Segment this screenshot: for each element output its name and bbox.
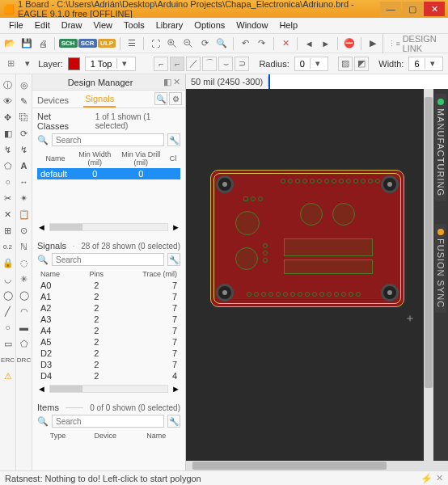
forward-button[interactable]: ► [319,36,332,52]
copy-tool[interactable]: ⿻ [17,110,32,124]
show-tool[interactable]: ◎ [17,78,32,92]
panel-float-icon[interactable]: ◧ [163,77,171,87]
name-tool[interactable]: ℕ [17,239,32,254]
run-button[interactable]: ▶ [366,36,379,52]
items-search[interactable] [52,415,164,428]
design-link[interactable]: ⋮≡ DESIGN LINK [382,34,445,53]
signals-search[interactable] [52,253,164,266]
signal-row[interactable]: D424 [37,370,180,382]
menu-options[interactable]: Options [188,18,230,33]
signals-filter-icon[interactable]: 🔧 [167,253,180,266]
menu-tools[interactable]: Tools [118,18,150,33]
netclasses-hscroll[interactable]: ◄► [37,221,180,233]
radius-combo[interactable]: 0▾ [294,57,329,71]
menu-window[interactable]: Window [230,18,273,33]
circle-tool[interactable]: ○ [1,175,15,189]
items-filter-icon[interactable]: 🔧 [167,415,180,428]
bend-0[interactable]: ⌐ [154,57,168,71]
scr-button[interactable]: SCR [79,36,95,52]
split-tool[interactable]: ↔ [17,175,32,189]
ulp-button[interactable]: ULP [99,36,115,52]
maximize-button[interactable]: ▢ [402,2,423,16]
signal-row[interactable]: D227 [37,348,180,359]
width-combo[interactable]: 6▾ [408,57,443,71]
zoom-fit-button[interactable]: ⛶ [149,36,162,52]
sch-button[interactable]: SCH [60,36,76,52]
miter-b[interactable]: ◩ [354,57,369,71]
col-minv[interactable]: Min Via Drill (mil) [116,149,166,168]
paste-tool[interactable]: 📋 [17,207,32,221]
mark-tool[interactable]: ⊙ [17,223,32,238]
polygon-tool[interactable]: ⬠ [1,158,15,173]
canvas-vscroll[interactable] [424,89,433,461]
netclass-row[interactable]: default 0 0 [37,168,180,179]
connect-icon[interactable]: ⚡ [421,473,433,484]
bend-2[interactable]: ／ [186,57,201,71]
menu-library[interactable]: Library [150,18,189,33]
move-tool[interactable]: ✥ [1,110,15,124]
tab-devices[interactable]: Devices [36,93,70,108]
drc-tool[interactable]: DRC [17,352,32,367]
zoom-in-button[interactable] [166,36,179,52]
dim-tool[interactable]: 0.2 [1,239,15,254]
delete-tool[interactable]: ✕ [1,207,15,221]
erc-tool[interactable]: ERC [1,352,15,367]
tab-signals[interactable]: Signals [83,91,116,108]
menu-file[interactable]: File [3,18,29,33]
settings-icon[interactable]: ⚙ [169,92,182,105]
fill-tool[interactable]: ▬ [17,320,32,335]
netclasses-filter-icon[interactable]: 🔧 [167,133,180,146]
menu-draw[interactable]: Draw [56,18,88,33]
text-tool[interactable]: A [17,158,32,173]
signal-row[interactable]: A027 [37,280,180,291]
bend-1[interactable]: ⌐ [170,57,184,71]
signal-row[interactable]: D327 [37,359,180,370]
command-input[interactable] [268,74,448,89]
signal-row[interactable]: A127 [37,291,180,302]
line-tool[interactable]: ╱ [1,304,15,318]
signal-row[interactable]: A527 [37,336,180,348]
menu-view[interactable]: View [87,18,118,33]
via2-tool[interactable]: ◯ [17,288,32,302]
hole-tool[interactable]: ◌ [17,255,32,270]
save-button[interactable]: 💾 [19,36,32,52]
open-button[interactable]: 📂 [3,36,16,52]
bend-5[interactable]: ⊃ [235,57,249,71]
arc2-tool[interactable]: ◠ [17,304,32,318]
signal-row[interactable]: A227 [37,302,180,314]
smash-tool[interactable]: ✴ [17,191,32,205]
undo-button[interactable]: ↶ [239,36,251,52]
grid-drop-icon[interactable]: ▾ [22,57,34,71]
zoom-select-button[interactable]: 🔍 [215,36,228,52]
route-tool[interactable]: ↯ [1,142,15,157]
bend-4[interactable]: ⌣ [218,57,233,71]
find-icon[interactable]: 🔍 [154,92,167,105]
col-name[interactable]: Name [37,149,74,168]
zoom-redraw-button[interactable]: ⟳ [198,36,211,52]
layer-swatch[interactable] [68,57,80,70]
signals-hscroll[interactable]: ◄► [37,383,180,394]
attr-tool[interactable]: ⊞ [1,223,15,238]
poly2-tool[interactable]: ⬠ [17,336,32,351]
ripup-tool[interactable]: ↯ [17,142,32,157]
signal-tool[interactable]: ✳ [17,272,32,286]
highlight-tool[interactable]: 👁 [1,94,15,108]
layers-button[interactable]: ☰ [125,36,138,52]
redo-button[interactable]: ↷ [256,36,268,52]
via-tool[interactable]: ◯ [1,288,15,302]
ratsnest-button[interactable]: ✕ [279,36,292,52]
col-minw[interactable]: Min Width (mil) [74,149,116,168]
signal-row[interactable]: A327 [37,314,180,325]
lock-tool[interactable]: 🔒 [1,255,15,270]
fusion-sync-tab[interactable]: FUSION SYNC [435,224,446,313]
circle2-tool[interactable]: ○ [1,320,15,335]
grid-icon[interactable]: ⊞ [5,57,17,71]
canvas-hscroll[interactable] [186,461,448,470]
stop-button[interactable]: ⛔ [343,36,356,52]
print-button[interactable]: 🖨 [36,36,49,52]
menu-edit[interactable]: Edit [29,18,56,33]
status-close-icon[interactable]: ✕ [436,473,443,483]
rotate-tool[interactable]: ⟳ [17,126,32,141]
rect-tool[interactable]: ▭ [1,336,15,351]
warning-icon[interactable]: ⚠ [1,369,15,383]
